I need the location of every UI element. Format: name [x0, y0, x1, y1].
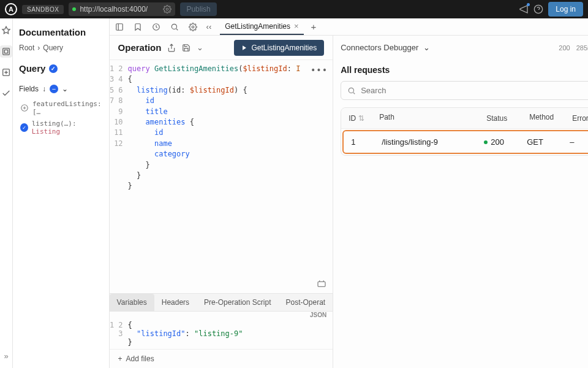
publish-button: Publish	[180, 2, 216, 16]
search-icon	[347, 86, 356, 95]
chevron-down-icon[interactable]: ⌄	[62, 85, 68, 93]
code-content[interactable]: query GetListingAmenities($listingId: I …	[128, 60, 301, 293]
settings-icon[interactable]	[187, 21, 199, 33]
panel-icon[interactable]	[113, 21, 126, 33]
svg-point-8	[192, 26, 194, 28]
variables-content[interactable]: { "listingId": "listing-9" }	[128, 321, 243, 347]
search-box[interactable]	[341, 81, 588, 100]
notification-dot-icon	[527, 3, 530, 6]
svg-rect-2	[3, 48, 10, 55]
svg-rect-3	[4, 50, 7, 53]
nav-rail: »	[0, 18, 13, 368]
debugger-title[interactable]: Connectors Debugger	[341, 43, 418, 52]
col-method[interactable]: Method	[529, 113, 572, 123]
all-requests-heading: All requests	[341, 65, 588, 75]
url-input[interactable]	[80, 5, 159, 13]
search-input[interactable]	[361, 86, 588, 95]
rail-explorer-icon[interactable]	[0, 25, 12, 37]
svg-point-0	[167, 8, 169, 10]
field-label: listing(…): Listing	[32, 120, 102, 136]
history-icon[interactable]	[150, 21, 162, 33]
chevron-down-icon[interactable]: ⌄	[423, 43, 430, 52]
help-icon[interactable]	[533, 4, 543, 14]
chevron-down-icon[interactable]: ⌄	[197, 43, 203, 52]
query-label: Query	[19, 63, 45, 74]
field-featured-listings[interactable]: featuredListings: […	[19, 98, 103, 118]
collapse-icon[interactable]: −	[50, 85, 58, 93]
col-status[interactable]: Status	[486, 113, 529, 123]
run-button[interactable]: GetListingAmenities	[234, 40, 324, 56]
rail-docs-icon[interactable]	[0, 45, 12, 58]
bookmark-icon[interactable]	[132, 21, 144, 33]
save-icon[interactable]	[182, 44, 190, 52]
login-button[interactable]: Log in	[548, 2, 583, 17]
url-bar[interactable]	[69, 2, 175, 16]
fields-label: Fields	[19, 85, 39, 93]
tab-postop[interactable]: Post-Operat	[278, 294, 333, 311]
rail-expand-icon[interactable]: »	[4, 351, 8, 361]
sidebar-title: Documentation	[19, 27, 103, 37]
cell-path: /listings/listing-9	[382, 137, 484, 147]
rail-checks-icon[interactable]	[0, 87, 12, 99]
variables-editor[interactable]: 1 2 3 { "listingId": "listing-9" }	[110, 318, 333, 349]
cell-method: GET	[527, 137, 570, 147]
tab-preop[interactable]: Pre-Operation Script	[197, 294, 278, 311]
col-id[interactable]: ID ⇅	[349, 113, 379, 123]
operation-title: Operation	[118, 42, 162, 53]
response-metrics: 200 285ms 0B	[559, 44, 588, 52]
sort-icon[interactable]: ↓	[42, 85, 46, 93]
cell-id: 1	[351, 137, 382, 147]
add-tab-icon[interactable]: +	[307, 21, 320, 32]
sidebar: Documentation Root › Query Query ✓ Field…	[13, 18, 110, 368]
chevron-right-icon: ›	[37, 44, 40, 52]
breadcrumb[interactable]: Root › Query	[19, 44, 103, 52]
tab-variables[interactable]: Variables	[110, 294, 154, 311]
add-files-button[interactable]: + Add files	[110, 349, 333, 368]
search-icon[interactable]	[168, 21, 181, 33]
col-errors[interactable]: Errors ⓘ	[572, 113, 588, 123]
tab-headers[interactable]: Headers	[154, 294, 197, 311]
field-label: featuredListings: […	[32, 100, 102, 116]
more-icon[interactable]: •••	[311, 64, 328, 76]
svg-rect-6	[116, 23, 123, 30]
sort-icon[interactable]: ⇅	[358, 114, 364, 123]
requests-table: ID ⇅ Path Status Method Errors ⓘ 1 /list…	[341, 107, 588, 156]
run-button-label: GetListingAmenities	[251, 44, 317, 52]
svg-point-7	[172, 24, 176, 29]
cell-status: 200	[484, 137, 527, 147]
export-icon[interactable]	[167, 44, 176, 52]
table-row[interactable]: 1 /listings/listing-9 200 GET –	[342, 130, 588, 154]
app-logo[interactable]: A	[5, 3, 17, 15]
check-icon: ✓	[20, 123, 28, 132]
query-check-icon: ✓	[49, 64, 58, 73]
code-editor[interactable]: 1 2 3 4 5 6 7 8 9 10 11 12 query GetList…	[110, 60, 333, 293]
json-badge: JSON	[310, 312, 326, 318]
sandbox-badge: SANDBOX	[22, 5, 64, 14]
status-dot-icon	[484, 140, 488, 144]
col-path[interactable]: Path	[379, 113, 486, 123]
svg-rect-9	[318, 282, 325, 286]
breadcrumb-root[interactable]: Root	[19, 44, 34, 52]
line-gutter: 1 2 3 4 5 6 7 8 9 10 11 12	[110, 60, 128, 293]
breadcrumb-current: Query	[43, 44, 63, 52]
tab-operation[interactable]: GetListingAmenities ×	[220, 18, 303, 35]
field-listing[interactable]: ✓ listing(…): Listing	[19, 118, 103, 137]
cell-errors: –	[570, 137, 588, 147]
status-dot-icon	[72, 7, 76, 11]
prettify-icon[interactable]	[317, 278, 326, 288]
plus-icon: +	[118, 355, 123, 363]
close-icon[interactable]: ×	[294, 21, 299, 31]
tab-label: GetListingAmenities	[225, 22, 290, 31]
collapse-sidebar-icon[interactable]: ‹‹	[206, 22, 212, 31]
announcements-icon[interactable]	[519, 4, 529, 14]
gear-icon[interactable]	[163, 5, 172, 13]
svg-point-10	[349, 88, 354, 93]
rail-add-icon[interactable]	[0, 66, 12, 79]
